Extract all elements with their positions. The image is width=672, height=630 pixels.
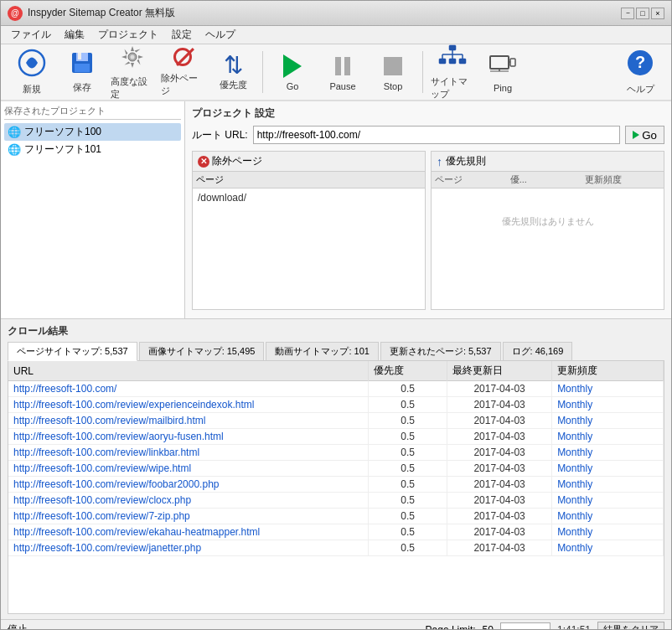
table-row: http://freesoft-100.com/review/wipe.html…	[8, 461, 664, 477]
cell-freq-10: Monthly	[552, 540, 664, 556]
tab-updated-pages[interactable]: 更新されたページ: 5,537	[380, 342, 501, 360]
cell-freq-3: Monthly	[552, 429, 664, 445]
minimize-button[interactable]: －	[621, 8, 634, 19]
sidebar: 保存されたプロジェクト 🌐 フリーソフト100 🌐 フリーソフト101	[1, 101, 185, 318]
exclude-button[interactable]: 除外ページ	[158, 47, 207, 97]
cell-lastmod-0: 2017-04-03	[447, 381, 552, 397]
svg-rect-10	[449, 59, 456, 64]
cell-url-7[interactable]: http://freesoft-100.com/review/clocx.php	[8, 493, 369, 509]
svg-rect-11	[459, 59, 466, 64]
svg-point-7	[131, 54, 135, 59]
cell-url-8[interactable]: http://freesoft-100.com/review/7-zip.php	[8, 509, 369, 524]
exclude-circle-icon: ✕	[198, 156, 209, 168]
project-name-0: フリーソフト100	[24, 125, 101, 139]
sitemap-button[interactable]: サイトマップ	[428, 47, 477, 97]
cell-url-1[interactable]: http://freesoft-100.com/review/experienc…	[8, 397, 369, 413]
menu-help[interactable]: ヘルプ	[199, 26, 242, 44]
page-limit-input[interactable]	[500, 622, 551, 631]
advanced-button[interactable]: 高度な設定	[108, 47, 157, 97]
ping-button[interactable]: Ping	[478, 47, 527, 97]
menu-edit[interactable]: 編集	[58, 26, 91, 44]
cell-freq-9: Monthly	[552, 524, 664, 540]
url-input[interactable]	[253, 126, 621, 144]
table-row: http://freesoft-100.com/review/foobar200…	[8, 477, 664, 493]
project-name-1: フリーソフト101	[24, 142, 101, 157]
ping-icon	[488, 52, 517, 81]
menu-settings[interactable]: 設定	[165, 26, 199, 44]
stop-button[interactable]: Stop	[369, 47, 417, 97]
tab-image-sitemap[interactable]: 画像サイトマップ: 15,495	[139, 342, 265, 360]
menu-project[interactable]: プロジェクト	[91, 26, 165, 44]
cell-url-4[interactable]: http://freesoft-100.com/review/linkbar.h…	[8, 445, 369, 461]
project-globe-icon-1: 🌐	[8, 143, 21, 156]
tab-page-sitemap[interactable]: ページサイトマップ: 5,537	[8, 342, 137, 361]
menu-bar: ファイル 編集 プロジェクト 設定 ヘルプ	[1, 26, 671, 44]
tab-log[interactable]: ログ: 46,169	[503, 342, 573, 360]
save-button[interactable]: 保存	[58, 47, 106, 97]
go-url-button[interactable]: Go	[625, 126, 664, 144]
menu-file[interactable]: ファイル	[4, 26, 58, 44]
close-button[interactable]: ×	[651, 8, 664, 19]
exclude-panel-title: 除外ページ	[212, 154, 262, 168]
exclude-label: 除外ページ	[161, 72, 204, 97]
new-label: 新規	[23, 83, 41, 96]
priority-button[interactable]: ⇅ 優先度	[209, 47, 257, 97]
go-label: Go	[287, 81, 299, 91]
go-button[interactable]: Go	[268, 47, 317, 97]
cell-priority-3: 0.5	[369, 429, 447, 445]
cell-priority-2: 0.5	[369, 413, 447, 429]
table-row: http://freesoft-100.com/review/janetter.…	[8, 540, 664, 556]
cell-url-5[interactable]: http://freesoft-100.com/review/wipe.html	[8, 461, 369, 477]
cell-freq-0: Monthly	[552, 381, 664, 397]
cell-url-10[interactable]: http://freesoft-100.com/review/janetter.…	[8, 540, 369, 556]
help-button[interactable]: ? ヘルプ	[616, 47, 664, 97]
exclude-panel: ✕ 除外ページ ページ /download/	[192, 151, 426, 310]
cell-priority-4: 0.5	[369, 445, 447, 461]
toolbar-sep-2	[422, 51, 423, 93]
go-play-icon	[283, 53, 302, 80]
project-settings-title: プロジェクト 設定	[192, 106, 664, 121]
cell-lastmod-4: 2017-04-03	[447, 445, 552, 461]
cell-url-9[interactable]: http://freesoft-100.com/review/ekahau-he…	[8, 524, 369, 540]
clear-results-button[interactable]: 結果をクリア	[597, 622, 664, 630]
pause-button[interactable]: Pause	[318, 47, 367, 97]
maximize-button[interactable]: □	[636, 8, 649, 19]
pause-icon	[335, 53, 350, 80]
cell-priority-10: 0.5	[369, 540, 447, 556]
priority-label: 優先度	[220, 79, 247, 91]
project-item-0[interactable]: 🌐 フリーソフト100	[4, 123, 181, 141]
cell-priority-8: 0.5	[369, 509, 447, 524]
result-table: URL 優先度 最終更新日 更新頻度 http://freesoft-100.c…	[8, 361, 664, 614]
new-button[interactable]: 新規	[8, 47, 56, 97]
priority-col-header: ページ 優... 更新頻度	[432, 172, 664, 188]
tab-video-sitemap[interactable]: 動画サイトマップ: 101	[266, 342, 378, 360]
cell-url-3[interactable]: http://freesoft-100.com/review/aoryu-fus…	[8, 429, 369, 445]
cell-priority-6: 0.5	[369, 477, 447, 493]
table-row: http://freesoft-100.com/review/linkbar.h…	[8, 445, 664, 461]
cell-url-2[interactable]: http://freesoft-100.com/review/mailbird.…	[8, 413, 369, 429]
results-data-table: URL 優先度 最終更新日 更新頻度 http://freesoft-100.c…	[8, 361, 664, 556]
svg-rect-20	[510, 59, 515, 66]
help-icon: ?	[626, 49, 654, 81]
table-row: http://freesoft-100.com/review/mailbird.…	[8, 413, 664, 429]
main-area: 保存されたプロジェクト 🌐 フリーソフト100 🌐 フリーソフト101 プロジェ…	[1, 101, 671, 319]
cell-url-0[interactable]: http://freesoft-100.com/	[8, 381, 369, 397]
svg-rect-4	[75, 64, 90, 72]
exclude-col-page: ページ	[196, 173, 224, 186]
cell-freq-4: Monthly	[552, 445, 664, 461]
cell-lastmod-10: 2017-04-03	[447, 540, 552, 556]
cell-priority-7: 0.5	[369, 493, 447, 509]
cell-priority-0: 0.5	[369, 381, 447, 397]
priority-up-icon: ↑	[437, 155, 442, 168]
cell-lastmod-6: 2017-04-03	[447, 477, 552, 493]
panels-row: ✕ 除外ページ ページ /download/ ↑ 優先規則 ページ	[192, 151, 664, 310]
project-item-1[interactable]: 🌐 フリーソフト101	[4, 141, 181, 158]
status-text: 停止。	[8, 622, 419, 630]
go-url-label: Go	[642, 129, 657, 142]
cell-url-6[interactable]: http://freesoft-100.com/review/foobar200…	[8, 477, 369, 493]
cell-freq-1: Monthly	[552, 397, 664, 413]
table-row: http://freesoft-100.com/review/7-zip.php…	[8, 509, 664, 524]
table-row: http://freesoft-100.com/review/ekahau-he…	[8, 524, 664, 540]
cell-lastmod-7: 2017-04-03	[447, 493, 552, 509]
cell-priority-1: 0.5	[369, 397, 447, 413]
